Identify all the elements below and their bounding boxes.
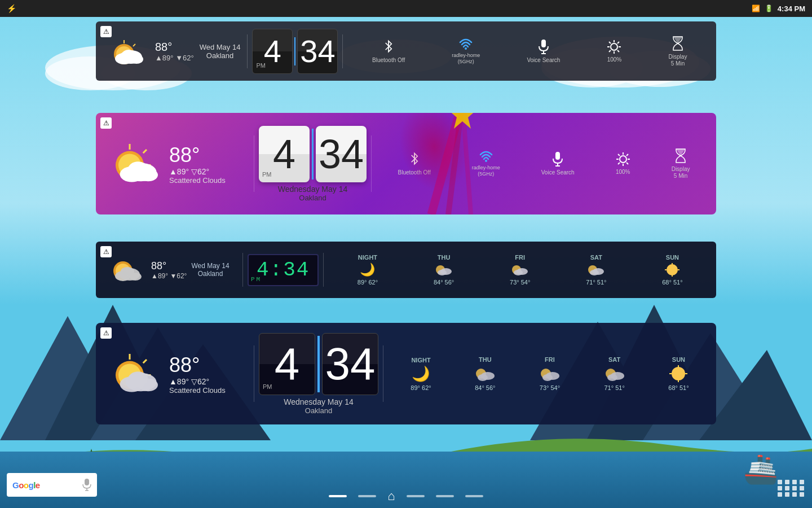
widget2-qs-wifi[interactable]: radley-home(5GHz): [472, 150, 500, 177]
bluetooth-icon-2: [408, 151, 421, 167]
app-grid-dot: [785, 480, 789, 484]
app-grid-dot: [792, 480, 797, 484]
app-grid-dot: [778, 480, 782, 484]
widget1-qs-bluetooth-label: Bluetooth Off: [372, 57, 405, 64]
app-grid-dot: [800, 492, 804, 497]
widget4-fri-icon: [539, 365, 561, 383]
widget4-forecast-night: NIGHT 🌙 89° 62°: [411, 357, 431, 391]
widget1-weather: 88° ▲89° ▼62° Wed May 14 Oakland: [96, 34, 247, 68]
widget1-qs-display-label: Display5 Min: [669, 54, 687, 67]
widget4-clock-separator: [317, 336, 320, 392]
widget2-qs-wifi-label: radley-home(5GHz): [472, 165, 500, 177]
svg-point-81: [590, 270, 599, 275]
widget2-qs-display[interactable]: Display5 Min: [672, 148, 690, 179]
svg-point-72: [121, 267, 134, 276]
apps-grid-button[interactable]: [778, 480, 805, 497]
widget3-location-info: Wed May 14 Oakland: [191, 262, 229, 278]
widget3-forecast-sun: SUN 68° 51°: [662, 254, 682, 286]
widget1-qs-voice-label: Voice Search: [527, 57, 560, 64]
widget2-clock-minute[interactable]: 34: [316, 126, 367, 182]
nav-page-indicator-4[interactable]: [436, 495, 454, 497]
svg-line-37: [609, 42, 611, 43]
home-button[interactable]: ⌂: [387, 489, 395, 503]
svg-point-82: [667, 264, 678, 275]
ship: 🚢: [743, 453, 778, 485]
widget3-digital-display[interactable]: PM 4:34: [248, 254, 319, 286]
widget2-weather-icon: [107, 138, 164, 189]
widget4-thu-icon: [474, 365, 496, 383]
widget4-clock: PM 4 34 Wednesday May 14 Oakland: [254, 333, 383, 415]
widget3-forecast-fri: FRI 73° 54°: [510, 254, 530, 286]
svg-line-40: [609, 50, 611, 52]
svg-point-28: [465, 47, 467, 50]
widget1: ⚠ 88° ▲89° ▼62° Wed May 14 Oakland: [96, 21, 716, 81]
app-grid-dot: [785, 492, 789, 497]
widget3-forecast-night: NIGHT 🌙 89° 62°: [358, 254, 378, 286]
widget3-forecast-night-icon: 🌙: [360, 262, 375, 277]
hourglass-icon: [672, 36, 684, 51]
widget4-forecast-night-icon: 🌙: [412, 365, 430, 383]
widget2-qs-voice[interactable]: Voice Search: [541, 151, 575, 176]
mic-icon-2: [552, 151, 563, 167]
widget4-sun-icon: [669, 365, 688, 383]
widget4-weather-icon: [107, 348, 164, 399]
svg-line-38: [617, 50, 619, 52]
bluetooth-icon: [382, 39, 395, 55]
nav-page-indicator-2[interactable]: [358, 495, 376, 497]
widget3-forecast-thu: THU 84° 56°: [434, 254, 454, 286]
nav-page-indicator-1[interactable]: [329, 495, 347, 497]
widget4-clock-hour[interactable]: PM 4: [259, 333, 315, 395]
widget1-qs-voice[interactable]: Voice Search: [527, 39, 560, 64]
nav-page-indicator-5[interactable]: [465, 495, 483, 497]
widget1-qs-display[interactable]: Display5 Min: [669, 36, 687, 67]
nav-page-indicator-3[interactable]: [407, 495, 425, 497]
widget2-clock-date: Wednesday May 14: [278, 185, 347, 194]
svg-line-48: [143, 150, 147, 153]
svg-line-39: [617, 42, 619, 43]
widget1-quick-settings: Bluetooth Off radley-home(5GHz) Voice Se…: [343, 36, 716, 67]
svg-rect-110: [85, 479, 89, 485]
wifi-icon: [459, 38, 473, 50]
widget2-qs-bluetooth[interactable]: Bluetooth Off: [398, 151, 431, 176]
widget1-qs-brightness[interactable]: 100%: [607, 40, 621, 63]
widget2-clock-separator: [312, 129, 314, 179]
brightness-icon: [607, 40, 621, 54]
app-grid-dot: [785, 486, 789, 491]
widget2-qs-brightness[interactable]: 100%: [616, 152, 630, 176]
widget4-weather: 88° ▲89° ▽62° Scattered Clouds: [96, 348, 254, 399]
widget4-forecast-thu: THU 84° 56°: [474, 356, 496, 391]
widget2-weather-info: 88° ▲89° ▽62° Scattered Clouds: [169, 143, 226, 185]
widget4-forecast-sun: SUN 68° 51°: [668, 356, 689, 391]
widget1-clock-hour[interactable]: PM 4: [252, 29, 293, 74]
widget1-clock-minute[interactable]: 34: [297, 29, 338, 74]
wifi-icon-2: [479, 150, 493, 163]
widget4-weather-info: 88° ▲89° ▽62° Scattered Clouds: [169, 353, 226, 395]
widget1-qs-bluetooth[interactable]: Bluetooth Off: [372, 39, 405, 64]
usb-icon: ⚡: [7, 4, 16, 13]
svg-rect-55: [555, 152, 560, 160]
svg-point-75: [438, 270, 447, 275]
widget3-weather-info: 88° ▲89° ▼62°: [151, 260, 187, 280]
widget2-temp: 88°: [169, 143, 226, 167]
svg-rect-29: [541, 40, 546, 47]
widget2-alert-icon[interactable]: ⚠: [100, 117, 112, 129]
svg-line-64: [626, 163, 628, 164]
widget4-clock-minute[interactable]: 34: [322, 333, 378, 395]
widget1-alert-icon[interactable]: ⚠: [100, 26, 112, 37]
widget4-clock-date: Wednesday May 14: [284, 397, 353, 406]
widget3: ⚠ 88° ▲89° ▼62° Wed May 14 Oakland PM: [96, 242, 716, 298]
widget2-clock-hour[interactable]: PM 4: [259, 126, 310, 182]
app-grid-dot: [792, 486, 797, 491]
widget2-qs-display-label: Display5 Min: [672, 166, 690, 179]
widget1-qs-wifi[interactable]: radley-home(5GHz): [452, 38, 480, 65]
svg-line-66: [618, 163, 620, 164]
status-bar-right: 📶 🔋 4:34 PM: [752, 5, 805, 13]
status-bar-left: ⚡: [7, 4, 16, 13]
widget4-alert-icon[interactable]: ⚠: [100, 327, 112, 339]
svg-point-53: [129, 161, 148, 176]
widget3-alert-icon[interactable]: ⚠: [100, 246, 112, 257]
widget4-forecast-sat: SAT 71° 51°: [604, 356, 625, 391]
svg-point-105: [672, 367, 685, 380]
svg-line-90: [143, 360, 147, 363]
svg-point-101: [542, 374, 553, 381]
